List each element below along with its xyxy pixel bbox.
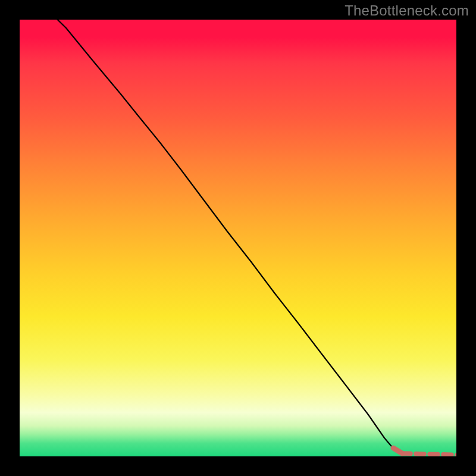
watermark-text: TheBottleneck.com: [345, 2, 469, 19]
chart-frame: TheBottleneck.com: [0, 0, 476, 476]
chart-gradient-background: [20, 20, 456, 456]
